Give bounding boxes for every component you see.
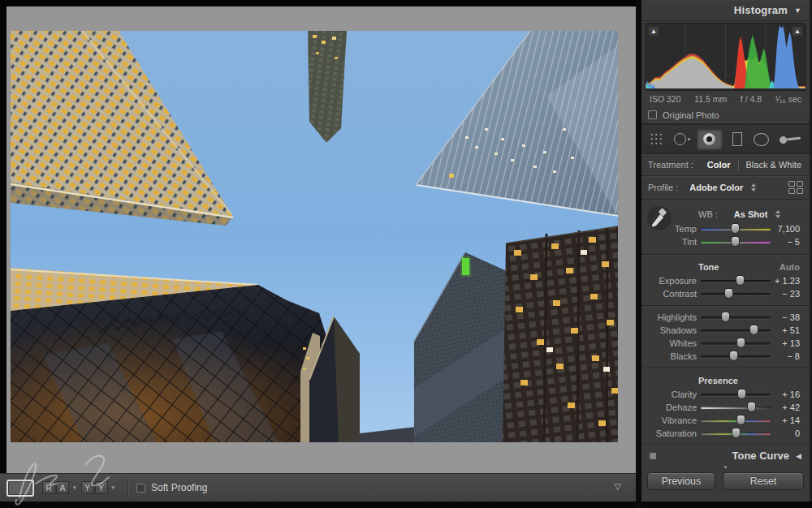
reference-view-dropdown-icon[interactable]: ▾ [73,484,76,491]
red-eye-correction-icon[interactable] [698,130,722,149]
tone-curve-header[interactable]: Tone Curve ◀ ▾ [641,446,810,465]
saturation-slider[interactable] [701,433,771,435]
blacks-slider[interactable] [701,355,771,358]
panel-switch-icon[interactable] [650,453,656,459]
photo-canvas [6,6,636,473]
collapse-down-icon[interactable]: ▼ [794,6,801,15]
dehaze-value: + 42 [771,403,810,412]
temp-slider[interactable] [701,228,771,230]
white-balance-eyedropper-icon[interactable] [648,206,671,229]
before-after-button-2[interactable]: Y [95,481,108,494]
blacks-slider-knob[interactable] [729,351,738,361]
exposure-slider-knob[interactable] [736,275,745,286]
clarity-value: + 16 [771,390,810,399]
histogram[interactable]: ▲ ▲ [645,23,806,91]
before-after-dropdown-icon[interactable]: ▾ [112,484,115,491]
highlights-slider-knob[interactable] [721,312,730,322]
temp-slider-knob[interactable] [731,223,740,234]
toolbar-options-dropdown-icon[interactable]: ▽ [615,481,621,492]
clarity-label: Clarity [646,390,697,399]
original-photo-checkbox[interactable] [648,110,657,119]
skyscrapers-photo [11,31,618,442]
panel-expand-nub-icon[interactable]: ▾ [724,464,728,471]
loupe-view-button[interactable] [6,480,34,497]
vibrance-slider[interactable] [701,420,771,422]
whites-label: Whites [646,338,697,348]
whites-value: + 13 [771,338,810,348]
exposure-slider[interactable] [701,280,771,282]
dehaze-slider[interactable] [701,407,771,409]
saturation-slider-knob[interactable] [732,428,741,438]
slider-row-exposure: Exposure+ 1.23 [641,274,810,287]
wb-dropdown-icon[interactable] [775,210,780,218]
reference-view-button-r[interactable]: R [42,481,55,494]
exif-aperture: f / 4.8 [741,94,762,104]
shadows-value: + 51 [771,325,810,335]
bottom-border [0,502,812,508]
treatment-label: Treatment : [648,160,693,170]
vibrance-slider-knob[interactable] [736,415,745,425]
profile-value-dropdown[interactable]: Adobe Color [689,183,743,192]
bottom-toolbar: R A ▾ Y Y ▾ Soft Proofing ▽ [0,473,636,502]
whites-slider[interactable] [701,342,771,345]
spot-removal-icon[interactable] [674,133,686,145]
photo-preview[interactable] [11,31,618,442]
slider-row-dehaze: Dehaze+ 42 [641,401,810,414]
clarity-slider-knob[interactable] [737,389,746,399]
auto-tone-button[interactable]: Auto [780,262,800,272]
treatment-color-option[interactable]: Color [707,160,731,170]
slider-row-clarity: Clarity+ 16 [641,388,810,401]
soft-proofing-checkbox[interactable] [136,484,145,493]
dehaze-slider-knob[interactable] [747,402,756,412]
clarity-slider[interactable] [701,394,771,396]
crop-overlay-icon[interactable] [650,132,663,146]
tone-curve-title: Tone Curve [732,450,790,462]
blacks-label: Blacks [646,351,697,361]
shadows-slider[interactable] [701,329,771,332]
radial-filter-icon[interactable] [754,133,769,146]
collapse-left-icon[interactable]: ◀ [796,452,801,460]
contrast-slider-knob[interactable] [724,288,733,299]
develop-right-panel: Histogram ▼ ▲ ▲ [641,0,810,502]
tint-slider[interactable] [701,241,771,243]
profile-label: Profile : [648,183,678,192]
profile-browser-icon[interactable] [788,181,803,194]
temp-value: 7,100 [771,224,810,234]
highlights-value: − 38 [771,312,810,322]
presence-title: Presence [698,376,738,385]
vibrance-value: + 14 [771,415,810,425]
top-border [0,0,636,6]
tint-slider-knob[interactable] [731,236,740,247]
original-photo-label: Original Photo [663,110,719,120]
panel-divider[interactable] [636,0,641,508]
previous-button[interactable]: Previous [647,472,715,490]
presence-section: Presence Clarity+ 16Dehaze+ 42Vibrance+ … [641,368,810,446]
reference-view-button-a[interactable]: A [56,481,69,494]
presence-sliders: Clarity+ 16Dehaze+ 42Vibrance+ 14Saturat… [641,388,810,440]
treatment-black-white-option[interactable]: Black & White [746,160,801,170]
wb-value-dropdown[interactable]: As Shot [734,209,768,219]
graduated-filter-icon[interactable] [732,132,742,146]
before-after-button-1[interactable]: Y [81,481,94,494]
dehaze-label: Dehaze [646,403,697,412]
highlights-slider[interactable] [701,316,771,319]
shadows-label: Shadows [646,325,697,335]
slider-row-saturation: Saturation0 [641,427,810,440]
left-border [0,6,6,473]
blacks-value: − 8 [771,351,810,361]
profile-row: Profile : Adobe Color [641,176,810,200]
shadow-clipping-indicator[interactable]: ▲ [648,26,659,37]
slider-row-tint: Tint− 5 [641,235,810,248]
white-balance-section: WB : As Shot Temp7,100Tint− 5 [641,200,810,255]
exif-shutter-speed: ¹⁄₁₅ sec [775,94,801,104]
reset-button[interactable]: Reset [723,472,804,490]
wb-label: WB : [698,209,718,219]
contrast-slider[interactable] [701,293,771,295]
slider-row-whites: Whites+ 13 [641,337,810,350]
adjustment-brush-icon[interactable] [779,134,801,145]
histogram-header[interactable]: Histogram ▼ [641,0,810,21]
profile-dropdown-icon[interactable] [751,183,756,192]
highlight-clipping-indicator[interactable]: ▲ [792,26,803,37]
whites-slider-knob[interactable] [736,338,745,348]
shadows-slider-knob[interactable] [749,325,758,335]
